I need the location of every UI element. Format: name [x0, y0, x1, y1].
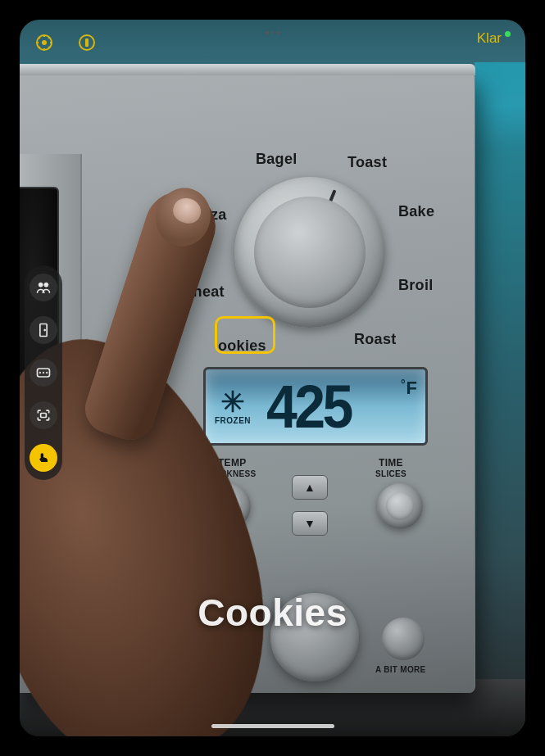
a-bit-more-label: A BIT MORE: [375, 665, 426, 674]
tablet-frame: Klar gel okies Pizza Bagel Toast: [0, 0, 545, 756]
settings-icon[interactable]: [34, 33, 54, 52]
detection-highlight: [215, 316, 275, 354]
oven-display: FROZEN 425 ° F: [203, 367, 428, 446]
fingernail: [170, 195, 205, 227]
camera-viewport[interactable]: gel okies Pizza Bagel Toast Bake Broil R…: [20, 62, 525, 736]
dial-label-toast: Toast: [347, 154, 387, 171]
ready-label: Klar: [477, 30, 502, 47]
magnifier-screen: Klar gel okies Pizza Bagel Toast: [20, 20, 525, 736]
svg-point-5: [44, 283, 48, 287]
point-and-speak-button[interactable]: [30, 444, 57, 472]
up-arrow-button: ▲: [292, 475, 328, 500]
time-knob: [377, 483, 423, 529]
svg-rect-12: [41, 414, 47, 418]
svg-point-4: [39, 283, 43, 287]
home-indicator[interactable]: [211, 724, 334, 728]
dial-label-roast: Roast: [354, 331, 397, 348]
detection-mode-bar: [25, 265, 62, 480]
people-detection-button[interactable]: [30, 274, 57, 301]
text-detection-button[interactable]: [30, 359, 57, 387]
svg-point-11: [46, 372, 48, 373]
detection-result-text: Cookies: [198, 591, 347, 635]
dial-label-bagel: Bagel: [256, 151, 297, 168]
multitask-indicator[interactable]: [261, 31, 285, 38]
function-knob: [234, 177, 385, 328]
svg-point-7: [44, 329, 46, 331]
door-detection-button[interactable]: [30, 316, 57, 344]
svg-point-10: [43, 372, 44, 373]
bezel: Klar gel okies Pizza Bagel Toast: [0, 0, 545, 756]
dial-label-bake: Bake: [398, 203, 434, 220]
camera-active-dot: [505, 31, 511, 37]
temperature-unit: ° F: [401, 378, 417, 399]
a-bit-more-button: [382, 618, 425, 660]
flashlight-icon[interactable]: [77, 33, 97, 52]
frozen-indicator: FROZEN: [206, 388, 260, 425]
svg-point-1: [42, 40, 47, 45]
status-ready: Klar: [477, 30, 511, 47]
oven-top-edge: [20, 64, 475, 75]
dial-label-broil: Broil: [398, 277, 434, 294]
image-description-button[interactable]: [30, 401, 57, 429]
time-label: TIME SLICES: [375, 457, 406, 478]
top-toolbar: [34, 33, 97, 52]
svg-point-9: [39, 372, 41, 373]
temperature-value: 425: [266, 372, 419, 441]
background-wall: [475, 62, 525, 736]
svg-rect-3: [85, 38, 89, 47]
down-arrow-button: ▼: [292, 511, 328, 536]
